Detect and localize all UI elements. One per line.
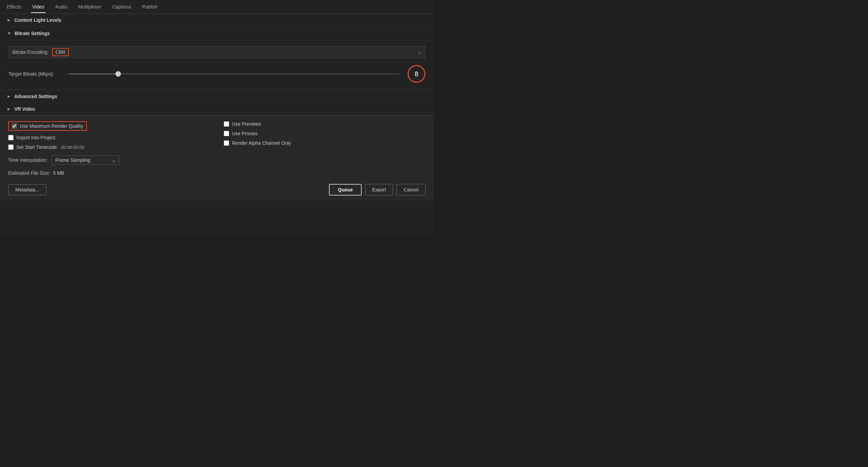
action-buttons: Queue Export Cancel [329,184,426,196]
bitrate-settings-body: Bitrate Encoding: CBR ⌄ Target Bitrate [… [0,41,433,90]
use-previews-label: Use Previews [232,121,261,127]
main-content: ► Content Light Levels ▼ Bitrate Setting… [0,14,434,234]
target-bitrate-value: 8 [408,65,425,83]
nav-tabs: Effects Video Audio Multiplexer Captions… [0,0,434,14]
left-options: Use Maximum Render Quality Import Into P… [8,121,210,154]
vr-video-label: VR Video [14,106,35,112]
use-proxies-label: Use Proxies [232,131,257,136]
queue-button[interactable]: Queue [329,184,362,196]
bitrate-settings-section: ▼ Bitrate Settings Bitrate Encoding: CBR… [0,26,434,90]
vr-video-section[interactable]: ► VR Video [0,103,434,115]
import-into-project-wrapper: Import Into Project [8,135,210,140]
chevron-right-icon-advanced: ► [7,94,11,99]
set-start-timecode-label: Set Start Timecode [16,144,57,150]
use-proxies-checkbox[interactable] [224,131,229,136]
target-bitrate-slider[interactable] [68,74,399,74]
timecode-value: 00:00:00:00 [61,145,84,150]
slider-fill [68,74,118,74]
target-bitrate-row: Target Bitrate [Mbps]: 8 [9,65,425,83]
advanced-settings-label: Advanced Settings [14,94,57,99]
right-options: Use Previews Use Proxies Render Alpha Ch… [224,121,426,154]
bitrate-encoding-arrow: ⌄ [417,49,422,55]
time-interpolation-select[interactable]: Frame Sampling ⌄ [51,155,120,165]
chevron-right-icon-vr: ► [7,107,11,111]
bottom-buttons-row: Metadata... Queue Export Cancel [8,181,426,196]
export-button[interactable]: Export [365,184,393,196]
content-light-levels-label: Content Light Levels [14,17,61,23]
time-interp-arrow: ⌄ [112,157,116,163]
slider-thumb[interactable] [115,71,121,77]
import-into-project-checkbox[interactable] [8,135,14,140]
use-proxies-wrapper: Use Proxies [224,131,426,136]
bitrate-encoding-label: Bitrate Encoding: [9,49,52,55]
bitrate-encoding-dropdown[interactable]: Bitrate Encoding: CBR ⌄ [9,46,425,58]
estimated-file-size-value: 5 MB [53,170,64,176]
render-alpha-wrapper: Render Alpha Channel Only [224,140,426,146]
render-alpha-label: Render Alpha Channel Only [232,140,291,146]
advanced-settings-section[interactable]: ► Advanced Settings [0,90,434,103]
use-max-render-quality-checkbox[interactable] [12,123,17,129]
set-start-timecode-wrapper: Set Start Timecode 00:00:00:00 [8,144,210,150]
time-interpolation-row: Time Interpolation: Frame Sampling ⌄ [8,155,426,165]
metadata-button[interactable]: Metadata... [8,184,46,195]
bitrate-settings-header[interactable]: ▼ Bitrate Settings [0,27,433,41]
target-bitrate-label: Target Bitrate [Mbps]: [9,71,63,77]
tab-audio[interactable]: Audio [54,1,69,13]
time-interpolation-label: Time Interpolation: [8,157,47,163]
cancel-button[interactable]: Cancel [396,184,426,196]
tab-publish[interactable]: Publish [141,1,159,13]
bitrate-encoding-value: CBR [52,48,69,56]
estimated-file-size-row: Estimated File Size: 5 MB [8,170,426,176]
use-previews-wrapper: Use Previews [224,121,426,127]
bitrate-settings-label: Bitrate Settings [15,31,50,36]
chevron-right-icon: ► [7,18,11,22]
chevron-down-icon: ▼ [7,31,11,36]
use-max-render-quality-label: Use Maximum Render Quality [20,123,83,129]
tab-effects[interactable]: Effects [5,1,23,13]
tab-video[interactable]: Video [31,1,46,13]
bottom-settings-panel: Use Maximum Render Quality Import Into P… [0,115,434,201]
import-into-project-label: Import Into Project [16,135,55,140]
use-previews-checkbox[interactable] [224,121,229,127]
time-interpolation-value: Frame Sampling [55,157,90,163]
content-light-levels-section[interactable]: ► Content Light Levels [0,14,434,26]
set-start-timecode-checkbox[interactable] [8,144,14,150]
tab-multiplexer[interactable]: Multiplexer [77,1,103,13]
render-alpha-checkbox[interactable] [224,140,229,146]
estimated-file-size-label: Estimated File Size: [8,170,50,176]
use-max-render-quality-wrapper: Use Maximum Render Quality [8,121,87,131]
tab-captions[interactable]: Captions [111,1,132,13]
